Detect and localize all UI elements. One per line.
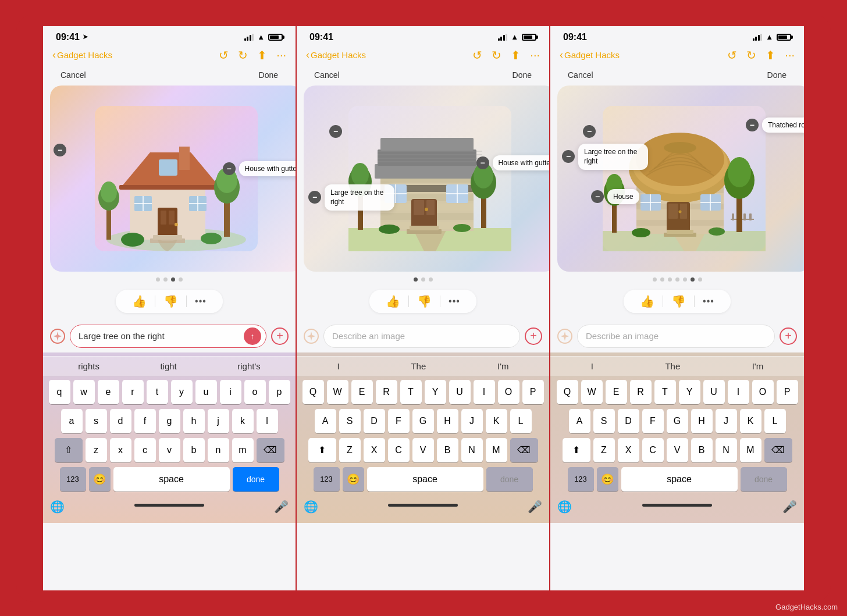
key-K-3[interactable]: K <box>740 409 761 433</box>
key-z-1[interactable]: z <box>86 438 107 462</box>
key-Q-3[interactable]: Q <box>557 380 578 404</box>
cancel-button-2[interactable]: Cancel <box>309 69 344 81</box>
key-o-1[interactable]: o <box>244 380 266 404</box>
globe-icon-3[interactable]: 🌐 <box>557 500 572 514</box>
key-M-3[interactable]: M <box>740 438 761 462</box>
key-V-3[interactable]: V <box>667 438 688 462</box>
key-y-1[interactable]: y <box>171 380 193 404</box>
key-emoji-1[interactable]: 😊 <box>89 467 111 492</box>
key-F-2[interactable]: F <box>388 409 410 433</box>
key-Y-3[interactable]: Y <box>679 380 700 404</box>
key-123-2[interactable]: 123 <box>314 467 340 492</box>
key-m-1[interactable]: m <box>232 438 254 462</box>
suggestion-2-2[interactable]: The <box>404 360 433 372</box>
key-O-2[interactable]: O <box>498 380 519 404</box>
key-D-3[interactable]: D <box>618 409 639 433</box>
done-button-3[interactable]: Done <box>763 69 791 81</box>
key-L-2[interactable]: L <box>510 409 532 433</box>
share-icon-2[interactable]: ⬆ <box>511 48 521 62</box>
mic-icon-1[interactable]: 🎤 <box>274 500 289 514</box>
cancel-button-1[interactable]: Cancel <box>56 69 91 81</box>
key-C-3[interactable]: C <box>642 438 664 462</box>
key-l-1[interactable]: l <box>257 409 278 433</box>
add-button-3[interactable]: + <box>780 327 797 345</box>
key-G-2[interactable]: G <box>412 409 434 433</box>
thumbs-down-2[interactable]: 👎 <box>411 294 437 308</box>
key-T-3[interactable]: T <box>654 380 676 404</box>
input-field-1[interactable]: Large tree on the right ↑ <box>70 325 266 348</box>
key-u-1[interactable]: u <box>195 380 217 404</box>
key-H-3[interactable]: H <box>691 409 713 433</box>
key-A-3[interactable]: A <box>569 409 590 433</box>
suggestion-1-1[interactable]: rights <box>71 360 106 372</box>
thumbs-up-3[interactable]: 👍 <box>634 294 660 308</box>
key-shift-2[interactable]: ⬆ <box>308 438 336 462</box>
globe-icon-1[interactable]: 🌐 <box>50 500 65 514</box>
key-done-1[interactable]: done <box>233 467 279 492</box>
key-delete-2[interactable]: ⌫ <box>510 438 538 462</box>
key-S-2[interactable]: S <box>339 409 361 433</box>
suggestion-3-3[interactable]: I'm <box>745 360 771 372</box>
key-n-1[interactable]: n <box>208 438 229 462</box>
cancel-button-3[interactable]: Cancel <box>563 69 598 81</box>
send-button-1[interactable]: ↑ <box>244 327 261 345</box>
globe-icon-2[interactable]: 🌐 <box>304 500 318 514</box>
back-button-2[interactable]: ‹ Gadget Hacks <box>306 49 366 61</box>
key-X-3[interactable]: X <box>618 438 639 462</box>
key-done-2[interactable]: done <box>486 467 533 492</box>
key-r-1[interactable]: r <box>122 380 144 404</box>
key-shift-1[interactable]: ⇧ <box>55 438 83 462</box>
key-N-2[interactable]: N <box>461 438 483 462</box>
key-U-2[interactable]: U <box>449 380 471 404</box>
suggestion-3-2[interactable]: The <box>658 360 687 372</box>
key-B-3[interactable]: B <box>691 438 713 462</box>
key-space-1[interactable]: space <box>113 467 230 492</box>
key-Q-2[interactable]: Q <box>302 380 324 404</box>
key-O-3[interactable]: O <box>752 380 774 404</box>
share-icon-1[interactable]: ⬆ <box>257 48 267 62</box>
add-button-2[interactable]: + <box>525 327 542 345</box>
done-button-1[interactable]: Done <box>254 69 283 81</box>
back-button-1[interactable]: ‹ Gadget Hacks <box>52 49 112 61</box>
suggestion-3-1[interactable]: I <box>584 360 600 372</box>
key-c-1[interactable]: c <box>134 438 156 462</box>
key-A-2[interactable]: A <box>315 409 336 433</box>
key-F-3[interactable]: F <box>642 409 664 433</box>
key-T-2[interactable]: T <box>400 380 422 404</box>
key-x-1[interactable]: x <box>110 438 131 462</box>
redo-icon-3[interactable]: ↻ <box>746 48 756 62</box>
thumbs-down-1[interactable]: 👎 <box>158 294 184 308</box>
more-icon-2[interactable]: ··· <box>530 48 540 62</box>
key-G-3[interactable]: G <box>667 409 688 433</box>
key-g-1[interactable]: g <box>159 409 180 433</box>
redo-icon-2[interactable]: ↻ <box>492 48 501 62</box>
more-icon-1[interactable]: ··· <box>276 48 286 62</box>
back-button-3[interactable]: ‹ Gadget Hacks <box>560 49 620 61</box>
key-B-2[interactable]: B <box>437 438 458 462</box>
key-P-2[interactable]: P <box>522 380 544 404</box>
key-E-2[interactable]: E <box>351 380 373 404</box>
suggestion-2-3[interactable]: I'm <box>490 360 516 372</box>
suggestion-1-3[interactable]: right's <box>230 360 268 372</box>
key-M-2[interactable]: M <box>486 438 507 462</box>
key-V-2[interactable]: V <box>412 438 434 462</box>
key-t-1[interactable]: t <box>147 380 168 404</box>
key-shift-3[interactable]: ⬆ <box>563 438 590 462</box>
key-E-3[interactable]: E <box>606 380 627 404</box>
input-field-3[interactable]: Describe an image <box>577 325 775 348</box>
key-U-3[interactable]: U <box>703 380 725 404</box>
key-I-2[interactable]: I <box>474 380 495 404</box>
key-emoji-3[interactable]: 😊 <box>597 467 618 492</box>
key-N-3[interactable]: N <box>716 438 737 462</box>
key-k-1[interactable]: k <box>232 409 254 433</box>
key-delete-3[interactable]: ⌫ <box>764 438 792 462</box>
done-button-2[interactable]: Done <box>508 69 536 81</box>
key-Z-2[interactable]: Z <box>339 438 361 462</box>
key-space-2[interactable]: space <box>367 467 483 492</box>
more-reactions-2[interactable]: ••• <box>443 296 466 307</box>
undo-icon-1[interactable]: ↺ <box>219 48 229 62</box>
key-X-2[interactable]: X <box>364 438 385 462</box>
key-S-3[interactable]: S <box>593 409 615 433</box>
key-L-3[interactable]: L <box>764 409 786 433</box>
key-q-1[interactable]: q <box>49 380 70 404</box>
